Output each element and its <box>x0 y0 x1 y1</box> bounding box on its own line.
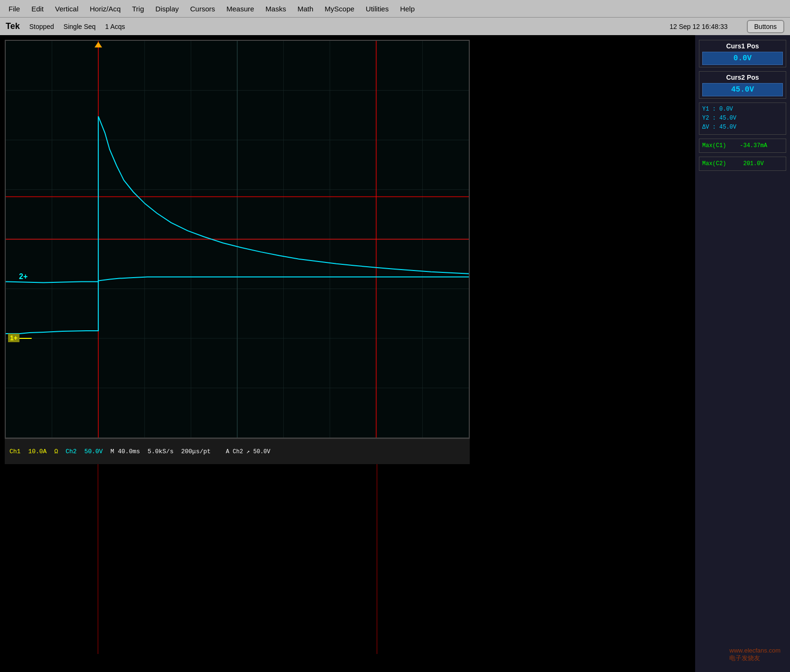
menu-file[interactable]: File <box>4 3 25 15</box>
status-timestamp: 12 Sep 12 16:48:33 <box>669 23 727 30</box>
menu-help[interactable]: Help <box>395 3 419 15</box>
y-readouts: Y1 : 0.0V Y2 : 45.0V ΔV : 45.0V <box>702 105 783 132</box>
main-area: 2+ 1+ Ch1 10.0A Ω Ch2 50.0V M 40.0ms 5.0… <box>0 35 790 672</box>
scope-area: 2+ 1+ Ch1 10.0A Ω Ch2 50.0V M 40.0ms 5.0… <box>0 35 695 672</box>
max-c2-readout: Max(C2) 201.0V <box>702 159 783 168</box>
statusbar: Tek Stopped Single Seq 1 Acqs 12 Sep 12 … <box>0 17 790 35</box>
curs2-pos-title: Curs2 Pos <box>702 74 783 81</box>
menu-horiz-acq[interactable]: Horiz/Acq <box>85 3 125 15</box>
max-c1-readout: Max(C1) -34.37mA <box>702 141 783 150</box>
max-c2-box: Max(C2) 201.0V <box>699 157 786 171</box>
dv-label: ΔV : <box>702 124 716 131</box>
menu-math[interactable]: Math <box>293 3 318 15</box>
trigger-ref: A Ch2 ↗ 50.0V <box>226 448 270 455</box>
ch2-scale: 50.0V <box>84 448 103 455</box>
max-c1-value: -34.37mA <box>740 142 767 149</box>
ch1-scale: 10.0A <box>28 448 46 455</box>
max-c1-label: Max(C1) <box>702 142 726 149</box>
watermark-site: www.elecfans.com <box>729 647 781 654</box>
menu-edit[interactable]: Edit <box>27 3 48 15</box>
right-panel: Curs1 Pos 0.0V Curs2 Pos 45.0V Y1 : 0.0V… <box>695 35 790 672</box>
menu-cursors[interactable]: Cursors <box>186 3 220 15</box>
watermark: www.elecfans.com 电子发烧友 <box>729 647 781 663</box>
sample-rate: 5.0kS/s <box>148 448 174 455</box>
menu-display[interactable]: Display <box>151 3 184 15</box>
ch1-marker: 1+ <box>8 334 19 342</box>
menu-utilities[interactable]: Utilities <box>361 3 393 15</box>
max-c2-value: 201.0V <box>743 160 763 167</box>
brand-label: Tek <box>6 21 20 31</box>
timebase: M 40.0ms <box>111 448 140 455</box>
ch1-unit: Ω <box>54 448 58 455</box>
y1-label: Y1 : <box>702 106 716 112</box>
buttons-button[interactable]: Buttons <box>747 20 784 33</box>
scope-screen: 2+ 1+ <box>5 40 470 439</box>
scope-bottom-bar: Ch1 10.0A Ω Ch2 50.0V M 40.0ms 5.0kS/s 2… <box>5 439 470 464</box>
menu-myscope[interactable]: MyScope <box>320 3 359 15</box>
watermark-logo: 电子发烧友 <box>729 654 781 663</box>
y2-value: 45.0V <box>719 115 736 121</box>
menu-measure[interactable]: Measure <box>222 3 259 15</box>
y2-label: Y2 : <box>702 115 716 121</box>
time-per-pt: 200μs/pt <box>181 448 211 455</box>
y1-value: 0.0V <box>719 106 733 112</box>
ch2-label: Ch2 <box>65 448 76 455</box>
scope-grid <box>6 41 469 438</box>
status-mode: Single Seq <box>64 23 96 30</box>
menu-vertical[interactable]: Vertical <box>50 3 83 15</box>
curs1-pos-value[interactable]: 0.0V <box>702 52 783 65</box>
curs1-pos-box: Curs1 Pos 0.0V <box>699 40 786 67</box>
ch2-marker: 2+ <box>19 272 28 281</box>
curs2-pos-value[interactable]: 45.0V <box>702 83 783 96</box>
curs2-pos-box: Curs2 Pos 45.0V <box>699 71 786 99</box>
menu-trig[interactable]: Trig <box>127 3 149 15</box>
status-acquisitions: 1 Acqs <box>105 23 125 30</box>
ch1-label: Ch1 <box>9 448 20 455</box>
status-stopped: Stopped <box>29 23 54 30</box>
y-readouts-box: Y1 : 0.0V Y2 : 45.0V ΔV : 45.0V <box>699 103 786 135</box>
menubar: File Edit Vertical Horiz/Acq Trig Displa… <box>0 0 790 17</box>
max-c2-label: Max(C2) <box>702 160 726 167</box>
dv-value: 45.0V <box>719 124 736 131</box>
max-c1-box: Max(C1) -34.37mA <box>699 139 786 153</box>
menu-masks[interactable]: Masks <box>261 3 291 15</box>
curs1-pos-title: Curs1 Pos <box>702 42 783 50</box>
